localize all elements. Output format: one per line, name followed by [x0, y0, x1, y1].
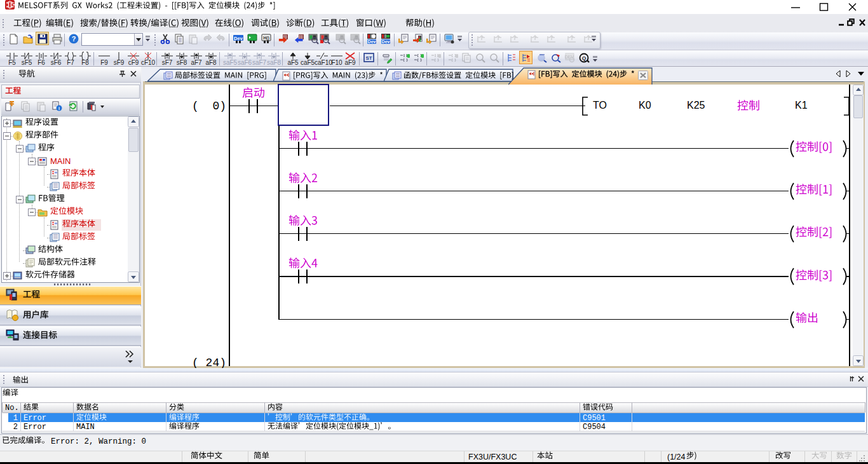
- svg-text:H(): H(): [263, 36, 269, 41]
- svg-text:ST: ST: [365, 55, 372, 61]
- svg-text:Dev: Dev: [234, 36, 243, 41]
- svg-text:i: i: [58, 106, 60, 111]
- svg-text:Dev: Dev: [382, 39, 390, 44]
- svg-text:Q: Q: [582, 55, 586, 61]
- svg-text:?: ?: [72, 35, 76, 43]
- svg-text:Dev: Dev: [368, 39, 376, 44]
- svg-text:DEV: DEV: [565, 55, 574, 59]
